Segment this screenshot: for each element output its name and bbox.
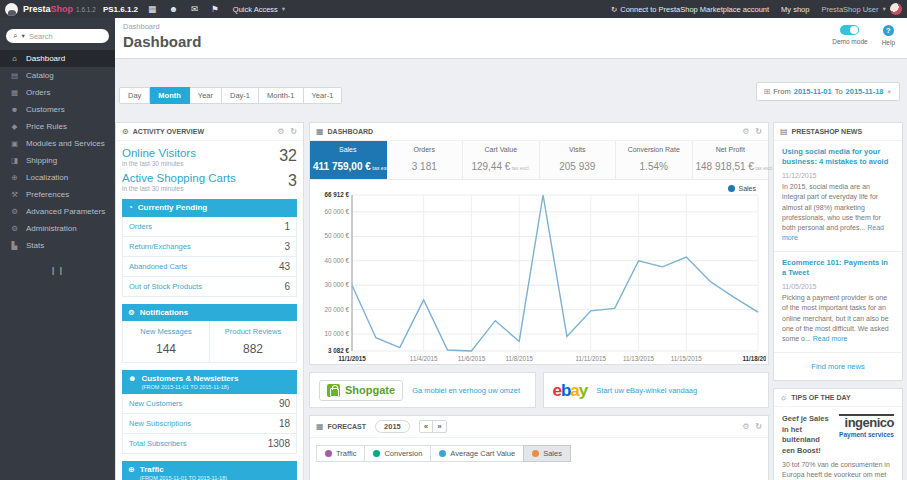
ingenico-logo[interactable]: ingenico Payment services [839, 414, 894, 439]
chevron-down-icon: ▼ [882, 6, 887, 12]
sidebar-item-price-rules[interactable]: ◆Price Rules [0, 118, 115, 135]
demo-mode-toggle[interactable] [840, 25, 859, 35]
pending-row[interactable]: Return/Exchanges3 [122, 237, 297, 257]
pending-row[interactable]: Abandoned Carts43 [122, 257, 297, 277]
kpi-tab-conversion-rate[interactable]: Conversion Rate1.54% [616, 141, 693, 179]
date-from-label: From [773, 87, 791, 96]
next-year-button[interactable]: » [432, 420, 446, 433]
prestashop-logo[interactable] [5, 3, 18, 16]
customers-rows: New Customers90New Subscriptions18Total … [122, 394, 297, 454]
read-more-link[interactable]: Read more [782, 224, 884, 241]
range-button-day-1[interactable]: Day-1 [222, 87, 259, 104]
sidebar-item-dashboard[interactable]: ⌂Dashboard [0, 50, 115, 67]
refresh-icon[interactable]: ↻ [290, 127, 297, 136]
kpi-tab-visits[interactable]: Visits205 939 [540, 141, 617, 179]
shopgate-logo[interactable]: Shopgate [319, 380, 403, 401]
search-input[interactable] [29, 32, 102, 41]
legend-dot-icon [728, 185, 735, 192]
brand-version: 1.6.1.2 [76, 6, 96, 13]
kpi-label: Orders [390, 146, 460, 153]
range-button-year-1[interactable]: Year-1 [304, 87, 343, 104]
forecast-legend: TrafficConversionAverage Cart ValueSales [310, 438, 768, 469]
quick-access-dropdown[interactable]: Quick Access ▼ [233, 5, 286, 14]
gear-icon[interactable]: ⚙ [742, 127, 749, 136]
legend-dot-icon [325, 450, 332, 457]
news-article-title[interactable]: Using social media for your business: 4 … [782, 147, 894, 167]
news-column: ▤ PRESTASHOP NEWS Using social media for… [773, 122, 903, 480]
range-button-month[interactable]: Month [150, 87, 190, 104]
kpi-value: 205 939 [543, 161, 613, 172]
sidebar-item-preferences[interactable]: ⚒Preferences [0, 186, 115, 203]
kpi-tab-sales[interactable]: Sales411 759,00 € tax excl. [310, 141, 387, 179]
marketplace-link[interactable]: ↻ Connect to PrestaShop Marketplace acco… [611, 5, 769, 14]
sidebar-item-label: Stats [26, 241, 44, 250]
range-button-day[interactable]: Day [119, 87, 150, 104]
customers-row[interactable]: Total Subscribers1308 [122, 434, 297, 454]
ebay-logo[interactable]: ebay [553, 382, 588, 399]
range-button-year[interactable]: Year [190, 87, 222, 104]
shopgate-ad-link[interactable]: Ga mobiel en verhoog uw omzet [412, 386, 520, 395]
sales-chart-container: Sales 3 082 €10 000 €20 000 €30 000 €40 … [310, 180, 768, 364]
forecast-legend-label: Sales [543, 449, 562, 458]
help-icon[interactable]: ? [883, 25, 894, 36]
kpi-label: Cart Value [466, 146, 536, 153]
bell-icon: ⊚ [128, 308, 135, 318]
kpi-label: Net Profit [696, 146, 766, 153]
collapse-menu-button[interactable]: ❙❙ [0, 266, 115, 275]
legend-dot-icon [373, 450, 380, 457]
sidebar-search[interactable]: ⌕ ▼ [6, 29, 109, 43]
forecast-legend-conversion[interactable]: Conversion [364, 445, 431, 462]
pending-row[interactable]: Out of Stock Products6 [122, 277, 297, 297]
news-article-title[interactable]: Ecommerce 101: Payments in a Tweet [782, 258, 894, 278]
find-more-news-link[interactable]: Find more news [774, 353, 902, 380]
sidebar-item-orders[interactable]: ▦Orders [0, 84, 115, 101]
sidebar-item-stats[interactable]: ▙Stats [0, 237, 115, 254]
notification-cell-new-messages[interactable]: New Messages144 [123, 321, 209, 362]
chevron-down-icon[interactable]: ▼ [20, 33, 25, 39]
customers-row[interactable]: New Customers90 [122, 394, 297, 414]
cart-icon[interactable]: ▦ [148, 4, 156, 14]
notification-cell-product-reviews[interactable]: Product Reviews882 [209, 321, 296, 362]
kpi-tab-orders[interactable]: Orders3 181 [387, 141, 464, 179]
refresh-icon: ↻ [611, 5, 617, 14]
kpi-tab-cart-value[interactable]: Cart Value129,44 € tax excl. [463, 141, 540, 179]
sidebar-item-administration[interactable]: ⚙Administration [0, 220, 115, 237]
sidebar-item-modules-and-services[interactable]: ▣Modules and Services [0, 135, 115, 152]
pending-row[interactable]: Orders1 [122, 217, 297, 237]
refresh-icon[interactable]: ↻ [755, 127, 762, 136]
my-shop-link[interactable]: My shop [781, 5, 809, 14]
sidebar-item-shipping[interactable]: ◨Shipping [0, 152, 115, 169]
svg-text:11/18/2015: 11/18/2015 [742, 355, 766, 362]
chevron-down-icon: ▼ [281, 6, 286, 12]
sidebar-item-catalog[interactable]: ▤Catalog [0, 67, 115, 84]
sidebar-item-advanced-parameters[interactable]: ⚙Advanced Parameters [0, 203, 115, 220]
gear-icon[interactable]: ⚙ [277, 127, 284, 136]
brand[interactable]: PrestaShop [23, 4, 73, 14]
sidebar-item-localization[interactable]: ⊕Localization [0, 169, 115, 186]
mail-icon[interactable]: ✉ [191, 4, 198, 14]
gear-icon[interactable]: ⚙ [742, 422, 749, 431]
user-menu[interactable]: PrestaShop User ▼ [821, 3, 902, 15]
customers-row[interactable]: New Subscriptions18 [122, 414, 297, 434]
kpi-tab-net-profit[interactable]: Net Profit148 918,51 € tax excl. [693, 141, 769, 179]
pin-icon[interactable]: ⚑ [211, 4, 219, 14]
forecast-legend-traffic[interactable]: Traffic [316, 445, 365, 462]
chart-legend-sales[interactable]: Sales [728, 185, 756, 192]
range-button-month-1[interactable]: Month-1 [259, 87, 304, 104]
activity-column: ⊙ ACTIVITY OVERVIEW ⚙ ↻ Online Visitors … [115, 122, 304, 480]
breadcrumb[interactable]: Dashboard [123, 22, 899, 31]
refresh-icon[interactable]: ↻ [755, 422, 762, 431]
user-icon[interactable]: ☻ [169, 4, 178, 14]
forecast-legend-sales[interactable]: Sales [523, 445, 571, 462]
previous-year-button[interactable]: « [419, 420, 433, 433]
shopping-bag-icon [327, 384, 340, 397]
bar-chart-icon: ▙ [10, 241, 19, 250]
date-range-picker[interactable]: ⊞ From 2015-11-01 To 2015-11-18 ▼ [756, 82, 900, 101]
sidebar-item-customers[interactable]: ☻Customers [0, 101, 115, 118]
ebay-ad-link[interactable]: Start uw eBay-winkel vandaag [596, 386, 697, 395]
forecast-legend-label: Average Cart Value [450, 449, 515, 458]
shopgate-logo-text: Shopgate [345, 384, 395, 396]
forecast-legend-average-cart-value[interactable]: Average Cart Value [430, 445, 524, 462]
read-more-link[interactable]: Read more [813, 335, 848, 342]
traffic-title: Traffic [140, 465, 164, 474]
